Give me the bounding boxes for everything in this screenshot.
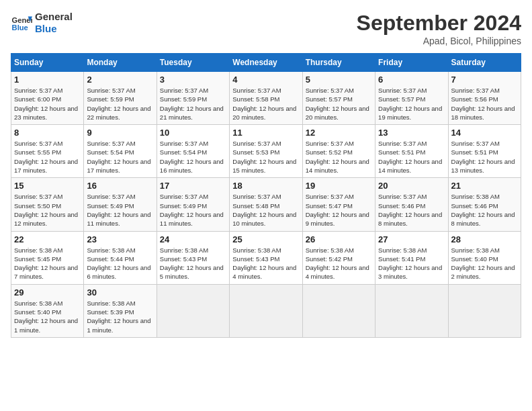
day-number: 24 (160, 234, 226, 244)
calendar-cell: 23 Sunrise: 5:38 AM Sunset: 5:44 PM Dayl… (84, 231, 157, 284)
header-thursday: Thursday (302, 54, 375, 72)
calendar-cell: 28 Sunrise: 5:38 AM Sunset: 5:40 PM Dayl… (448, 231, 521, 284)
calendar-cell: 15 Sunrise: 5:37 AM Sunset: 5:50 PM Dayl… (11, 178, 84, 231)
svg-text:Blue: Blue (12, 24, 28, 32)
calendar-cell: 29 Sunrise: 5:38 AM Sunset: 5:40 PM Dayl… (11, 284, 84, 337)
calendar-cell (157, 284, 229, 337)
calendar-cell: 11 Sunrise: 5:37 AM Sunset: 5:53 PM Dayl… (230, 125, 302, 178)
calendar-cell: 19 Sunrise: 5:37 AM Sunset: 5:47 PM Dayl… (302, 178, 375, 231)
calendar-cell: 16 Sunrise: 5:37 AM Sunset: 5:49 PM Dayl… (84, 178, 157, 231)
day-info: Sunrise: 5:37 AM Sunset: 5:57 PM Dayligh… (378, 86, 445, 122)
day-number: 30 (87, 287, 153, 298)
day-number: 22 (14, 234, 81, 244)
calendar-cell: 3 Sunrise: 5:37 AM Sunset: 5:59 PM Dayli… (157, 72, 229, 125)
calendar-cell (230, 284, 302, 337)
day-info: Sunrise: 5:38 AM Sunset: 5:46 PM Dayligh… (451, 192, 518, 228)
day-info: Sunrise: 5:38 AM Sunset: 5:43 PM Dayligh… (160, 246, 226, 281)
day-info: Sunrise: 5:38 AM Sunset: 5:45 PM Dayligh… (14, 246, 81, 281)
calendar-cell: 9 Sunrise: 5:37 AM Sunset: 5:54 PM Dayli… (84, 125, 157, 178)
day-number: 5 (306, 75, 372, 85)
day-info: Sunrise: 5:37 AM Sunset: 5:57 PM Dayligh… (306, 86, 372, 122)
day-number: 10 (160, 128, 226, 138)
day-info: Sunrise: 5:38 AM Sunset: 5:42 PM Dayligh… (306, 246, 372, 281)
day-number: 1 (14, 75, 81, 85)
day-number: 3 (160, 75, 226, 85)
day-number: 9 (87, 128, 153, 138)
day-number: 7 (451, 75, 518, 85)
calendar-cell: 27 Sunrise: 5:38 AM Sunset: 5:41 PM Dayl… (375, 231, 448, 284)
day-number: 21 (451, 181, 518, 191)
calendar-cell: 2 Sunrise: 5:37 AM Sunset: 5:59 PM Dayli… (84, 72, 157, 125)
day-number: 23 (87, 234, 153, 244)
day-number: 25 (232, 234, 299, 244)
day-number: 11 (232, 128, 299, 138)
calendar-cell (375, 284, 448, 337)
day-info: Sunrise: 5:37 AM Sunset: 5:59 PM Dayligh… (160, 86, 226, 122)
day-info: Sunrise: 5:37 AM Sunset: 5:58 PM Dayligh… (232, 86, 299, 122)
calendar-table: Sunday Monday Tuesday Wednesday Thursday… (11, 53, 521, 338)
calendar-cell: 21 Sunrise: 5:38 AM Sunset: 5:46 PM Dayl… (448, 178, 521, 231)
day-number: 29 (14, 287, 81, 298)
day-number: 18 (232, 181, 299, 191)
day-number: 13 (378, 128, 445, 138)
logo-icon: General Blue (11, 12, 32, 34)
calendar-week-5: 29 Sunrise: 5:38 AM Sunset: 5:40 PM Dayl… (11, 284, 521, 337)
day-number: 26 (306, 234, 372, 244)
header-sunday: Sunday (11, 54, 84, 72)
calendar-week-2: 8 Sunrise: 5:37 AM Sunset: 5:55 PM Dayli… (11, 125, 521, 178)
day-number: 6 (378, 75, 445, 85)
day-number: 20 (378, 181, 445, 191)
day-number: 15 (14, 181, 81, 191)
calendar-cell: 25 Sunrise: 5:38 AM Sunset: 5:43 PM Dayl… (230, 231, 302, 284)
calendar-cell: 30 Sunrise: 5:38 AM Sunset: 5:39 PM Dayl… (84, 284, 157, 337)
page-header: General Blue General Blue September 2024… (11, 11, 521, 46)
day-number: 2 (87, 75, 153, 85)
day-number: 27 (378, 234, 445, 244)
day-info: Sunrise: 5:37 AM Sunset: 6:00 PM Dayligh… (14, 86, 81, 122)
day-number: 17 (160, 181, 226, 191)
calendar-cell (302, 284, 375, 337)
day-info: Sunrise: 5:38 AM Sunset: 5:40 PM Dayligh… (14, 299, 81, 334)
day-info: Sunrise: 5:37 AM Sunset: 5:49 PM Dayligh… (87, 192, 153, 228)
day-info: Sunrise: 5:37 AM Sunset: 5:49 PM Dayligh… (160, 192, 226, 228)
calendar-cell: 14 Sunrise: 5:37 AM Sunset: 5:51 PM Dayl… (448, 125, 521, 178)
day-number: 16 (87, 181, 153, 191)
day-info: Sunrise: 5:37 AM Sunset: 5:47 PM Dayligh… (306, 192, 372, 228)
calendar-cell: 4 Sunrise: 5:37 AM Sunset: 5:58 PM Dayli… (230, 72, 302, 125)
calendar-cell: 7 Sunrise: 5:37 AM Sunset: 5:56 PM Dayli… (448, 72, 521, 125)
logo: General Blue General Blue (11, 11, 73, 35)
day-info: Sunrise: 5:37 AM Sunset: 5:55 PM Dayligh… (14, 139, 81, 175)
calendar-cell: 24 Sunrise: 5:38 AM Sunset: 5:43 PM Dayl… (157, 231, 229, 284)
calendar-cell: 20 Sunrise: 5:37 AM Sunset: 5:46 PM Dayl… (375, 178, 448, 231)
calendar-cell: 13 Sunrise: 5:37 AM Sunset: 5:51 PM Dayl… (375, 125, 448, 178)
day-number: 12 (306, 128, 372, 138)
day-number: 19 (306, 181, 372, 191)
calendar-week-4: 22 Sunrise: 5:38 AM Sunset: 5:45 PM Dayl… (11, 231, 521, 284)
calendar-cell: 12 Sunrise: 5:37 AM Sunset: 5:52 PM Dayl… (302, 125, 375, 178)
location-subtitle: Apad, Bicol, Philippines (357, 36, 521, 46)
calendar-cell: 5 Sunrise: 5:37 AM Sunset: 5:57 PM Dayli… (302, 72, 375, 125)
calendar-cell (448, 284, 521, 337)
day-info: Sunrise: 5:38 AM Sunset: 5:41 PM Dayligh… (378, 246, 445, 281)
day-info: Sunrise: 5:37 AM Sunset: 5:51 PM Dayligh… (378, 139, 445, 175)
day-number: 4 (232, 75, 299, 85)
logo-line1: General (35, 11, 73, 23)
header-saturday: Saturday (448, 54, 521, 72)
calendar-cell: 18 Sunrise: 5:37 AM Sunset: 5:48 PM Dayl… (230, 178, 302, 231)
day-info: Sunrise: 5:38 AM Sunset: 5:43 PM Dayligh… (232, 246, 299, 281)
day-info: Sunrise: 5:37 AM Sunset: 5:51 PM Dayligh… (451, 139, 518, 175)
calendar-cell: 6 Sunrise: 5:37 AM Sunset: 5:57 PM Dayli… (375, 72, 448, 125)
day-info: Sunrise: 5:38 AM Sunset: 5:44 PM Dayligh… (87, 246, 153, 281)
day-info: Sunrise: 5:37 AM Sunset: 5:54 PM Dayligh… (160, 139, 226, 175)
day-info: Sunrise: 5:37 AM Sunset: 5:59 PM Dayligh… (87, 86, 153, 122)
day-number: 14 (451, 128, 518, 138)
day-info: Sunrise: 5:37 AM Sunset: 5:46 PM Dayligh… (378, 192, 445, 228)
day-info: Sunrise: 5:37 AM Sunset: 5:54 PM Dayligh… (87, 139, 153, 175)
day-info: Sunrise: 5:37 AM Sunset: 5:48 PM Dayligh… (232, 192, 299, 228)
calendar-cell: 8 Sunrise: 5:37 AM Sunset: 5:55 PM Dayli… (11, 125, 84, 178)
day-info: Sunrise: 5:38 AM Sunset: 5:40 PM Dayligh… (451, 246, 518, 281)
calendar-cell: 22 Sunrise: 5:38 AM Sunset: 5:45 PM Dayl… (11, 231, 84, 284)
day-number: 28 (451, 234, 518, 244)
title-block: September 2024 Apad, Bicol, Philippines (357, 11, 521, 46)
calendar-week-1: 1 Sunrise: 5:37 AM Sunset: 6:00 PM Dayli… (11, 72, 521, 125)
